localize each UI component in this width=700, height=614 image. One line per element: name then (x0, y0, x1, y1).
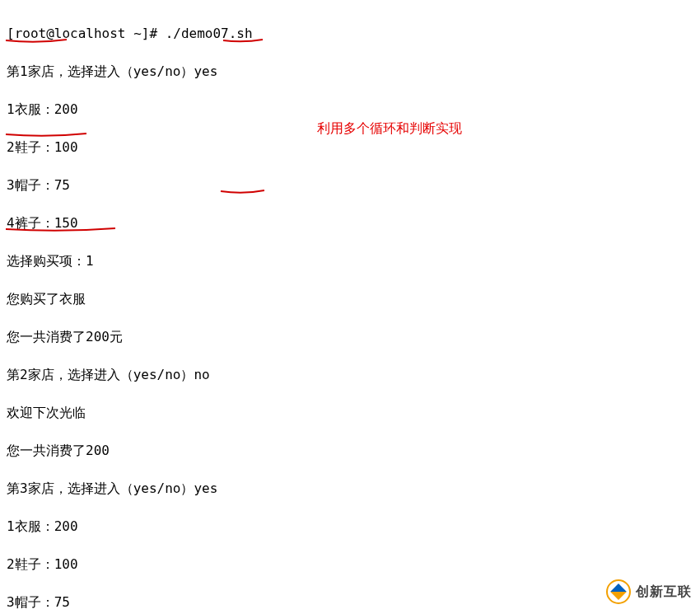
terminal-line: 选择购买项：1 (7, 251, 693, 270)
watermark-logo-icon (606, 579, 631, 604)
terminal-line: 2鞋子：100 (7, 555, 693, 574)
terminal-line: 3帽子：75 (7, 593, 693, 612)
terminal-line: 3帽子：75 (7, 176, 693, 195)
terminal-line: 2鞋子：100 (7, 138, 693, 157)
watermark: 创新互联 (606, 579, 692, 604)
terminal-line: [root@localhost ~]# ./demo07.sh (7, 24, 693, 43)
terminal-line: 1衣服：200 (7, 517, 693, 536)
terminal-line: 您一共消费了200元 (7, 327, 693, 346)
terminal-output: [root@localhost ~]# ./demo07.sh 第1家店，选择进… (0, 0, 700, 614)
watermark-text: 创新互联 (636, 584, 692, 601)
terminal-line: 第1家店，选择进入（yes/no）yes (7, 62, 693, 81)
terminal-line: 1衣服：200 (7, 100, 693, 119)
terminal-line: 4裤子：150 (7, 213, 693, 232)
terminal-line: 您一共消费了200 (7, 441, 693, 460)
terminal-line: 第2家店，选择进入（yes/no）no (7, 365, 693, 384)
terminal-line: 您购买了衣服 (7, 289, 693, 308)
terminal-line: 欢迎下次光临 (7, 403, 693, 422)
terminal-line: 第3家店，选择进入（yes/no）yes (7, 479, 693, 498)
annotation-text: 利用多个循环和判断实现 (317, 120, 462, 138)
